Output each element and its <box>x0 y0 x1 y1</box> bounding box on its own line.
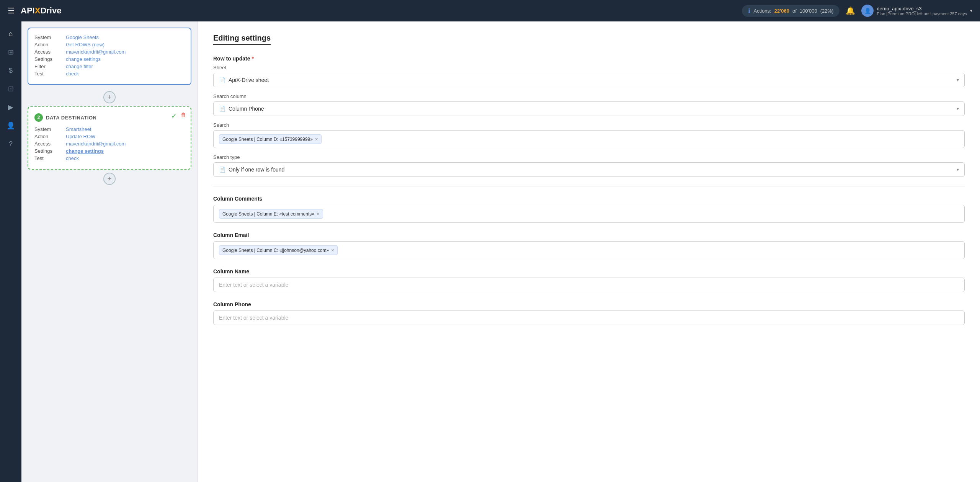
search-column-select-text: Column Phone <box>229 106 957 112</box>
logo-drive-text: Drive <box>40 6 61 16</box>
row-to-update-label: Row to update * <box>213 56 965 62</box>
actions-total: 100'000 <box>800 8 817 14</box>
source-test-label: Test <box>34 71 61 77</box>
source-filter-label: Filter <box>34 64 61 69</box>
sidebar-item-briefcase[interactable]: ⊡ <box>3 81 18 96</box>
dest-access-value[interactable]: maverickandrii@gmail.com <box>66 141 126 147</box>
dest-number: 2 <box>34 113 43 122</box>
add-between-button[interactable]: + <box>103 91 116 103</box>
source-filter-link[interactable]: change filter <box>66 64 93 69</box>
sheet-doc-icon: 📄 <box>219 77 225 83</box>
user-name: demo_apix-drive_s3 <box>877 6 967 11</box>
sidebar-item-home[interactable]: ⌂ <box>3 26 18 41</box>
sheet-select[interactable]: 📄 ApiX-Drive sheet ▾ <box>213 73 965 87</box>
sidebar-item-diagram[interactable]: ⊞ <box>3 44 18 60</box>
row-to-update-section: Row to update * Sheet 📄 ApiX-Drive sheet… <box>213 56 965 177</box>
search-tag-text: Google Sheets | Column D: «15739999999» <box>222 137 313 142</box>
user-chevron-icon: ▾ <box>970 8 972 13</box>
source-system-row: System Google Sheets <box>34 34 185 40</box>
sheet-chevron-icon: ▾ <box>957 77 959 83</box>
user-section[interactable]: 👤 demo_apix-drive_s3 Plan |Premium PRO| … <box>861 5 972 17</box>
sidebar-item-dollar[interactable]: $ <box>3 63 18 78</box>
add-below-button[interactable]: + <box>103 173 116 185</box>
source-test-row: Test check <box>34 71 185 77</box>
col-comments-section: Column Comments Google Sheets | Column E… <box>213 196 965 223</box>
user-info: demo_apix-drive_s3 Plan |Premium PRO| le… <box>877 6 967 16</box>
dest-check-icon: ✓ <box>171 112 177 120</box>
dest-action-value[interactable]: Update ROW <box>66 134 95 139</box>
avatar: 👤 <box>861 5 874 17</box>
sheet-select-text: ApiX-Drive sheet <box>229 77 957 83</box>
source-system-value[interactable]: Google Sheets <box>66 34 99 40</box>
actions-badge: ℹ Actions: 22'060 of 100'000 (22%) <box>742 5 840 17</box>
col-comments-label: Column Comments <box>213 196 965 202</box>
source-access-row: Access maverickandrii@gmail.com <box>34 49 185 55</box>
search-type-label: Search type <box>213 154 965 160</box>
actions-count: 22'060 <box>774 8 789 14</box>
dest-settings-row: Settings change settings <box>34 148 185 154</box>
dest-access-label: Access <box>34 141 61 147</box>
dest-access-row: Access maverickandrii@gmail.com <box>34 141 185 147</box>
dest-card: 2 DATA DESTINATION ✓ 🗑 System Smartsheet… <box>28 106 191 170</box>
source-access-value[interactable]: maverickandrii@gmail.com <box>66 49 126 55</box>
source-settings-label: Settings <box>34 56 61 62</box>
sidebar-nav: ⌂ ⊞ $ ⊡ ▶ 👤 ? <box>0 21 21 482</box>
source-action-label: Action <box>34 42 61 47</box>
col-phone-section: Column Phone <box>213 301 965 325</box>
col-name-section: Column Name <box>213 268 965 292</box>
search-column-select[interactable]: 📄 Column Phone ▾ <box>213 101 965 116</box>
dest-test-row: Test check <box>34 155 185 161</box>
bell-icon[interactable]: 🔔 <box>846 6 855 15</box>
source-settings-link[interactable]: change settings <box>66 56 101 62</box>
search-col-doc-icon: 📄 <box>219 106 225 112</box>
logo: API X Drive <box>21 6 61 16</box>
col-name-label: Column Name <box>213 268 965 274</box>
source-card: System Google Sheets Action Get ROWS (ne… <box>28 28 191 85</box>
dest-delete-icon[interactable]: 🗑 <box>181 112 186 118</box>
col-comments-tag-remove[interactable]: × <box>317 211 320 217</box>
divider-1 <box>213 186 965 186</box>
right-panel: Editing settings Row to update * Sheet 📄… <box>198 21 980 482</box>
dest-settings-label: Settings <box>34 148 61 154</box>
dest-system-label: System <box>34 126 61 132</box>
source-settings-row: Settings change settings <box>34 56 185 62</box>
search-type-doc-icon: 📄 <box>219 167 225 173</box>
search-tag: Google Sheets | Column D: «15739999999» … <box>219 134 322 144</box>
col-comments-tag: Google Sheets | Column E: «test comments… <box>219 209 323 219</box>
dest-system-value[interactable]: Smartsheet <box>66 126 91 132</box>
col-email-tag-remove[interactable]: × <box>331 247 334 253</box>
hamburger-icon[interactable]: ☰ <box>8 6 15 15</box>
source-test-link[interactable]: check <box>66 71 79 77</box>
col-email-input[interactable]: Google Sheets | Column C: «jjohnson@yaho… <box>213 241 965 259</box>
dest-settings-link[interactable]: change settings <box>66 148 104 154</box>
source-system-label: System <box>34 34 61 40</box>
col-email-section: Column Email Google Sheets | Column C: «… <box>213 232 965 259</box>
source-filter-row: Filter change filter <box>34 64 185 69</box>
source-action-value[interactable]: Get ROWS (new) <box>66 42 105 47</box>
sidebar-item-youtube[interactable]: ▶ <box>3 100 18 115</box>
source-access-label: Access <box>34 49 61 55</box>
dest-system-row: System Smartsheet <box>34 126 185 132</box>
sidebar-item-help[interactable]: ? <box>3 136 18 152</box>
logo-api-text: API <box>21 6 35 16</box>
search-type-chevron-icon: ▾ <box>957 167 959 172</box>
col-name-input[interactable] <box>213 278 965 292</box>
col-comments-tag-text: Google Sheets | Column E: «test comments… <box>222 211 314 217</box>
dest-test-link[interactable]: check <box>66 155 79 161</box>
sidebar-item-person[interactable]: 👤 <box>3 118 18 133</box>
col-phone-input[interactable] <box>213 310 965 325</box>
search-tag-input[interactable]: Google Sheets | Column D: «15739999999» … <box>213 130 965 148</box>
search-type-select[interactable]: 📄 Only if one row is found ▾ <box>213 162 965 177</box>
dest-card-header: 2 DATA DESTINATION <box>34 113 185 122</box>
editing-title: Editing settings <box>213 34 271 45</box>
search-type-select-text: Only if one row is found <box>229 167 957 173</box>
dest-action-row: Action Update ROW <box>34 134 185 139</box>
search-tag-remove[interactable]: × <box>315 136 318 142</box>
logo-x-text: X <box>35 6 41 16</box>
col-email-tag: Google Sheets | Column C: «jjohnson@yaho… <box>219 245 338 255</box>
sheet-label: Sheet <box>213 65 965 70</box>
required-star: * <box>252 56 253 62</box>
user-plan: Plan |Premium PRO| left until payment 25… <box>877 11 967 16</box>
actions-label: Actions: <box>753 8 771 14</box>
col-comments-input[interactable]: Google Sheets | Column E: «test comments… <box>213 205 965 223</box>
